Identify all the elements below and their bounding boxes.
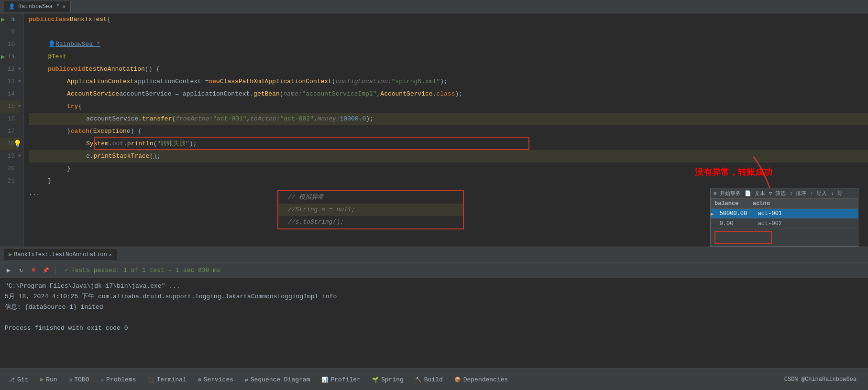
code-line-18: e. printStackTrace ( ) ; — [29, 150, 868, 162]
line-number-12: ▼ 12 — [0, 63, 19, 76]
toolbar-begin-tx[interactable]: ≡ 开始事务 — [714, 190, 741, 197]
status-bar: ⎇ Git ▶ Run ☑ TODO ⚠ Problems ⬛ Terminal… — [0, 368, 868, 390]
popup-line-3: //s.toString(); — [278, 216, 463, 228]
rainbowsea-ref[interactable]: RainbowSea * — [55, 38, 100, 51]
line-number-19: ▼ 19 — [0, 150, 19, 162]
run-label: Run — [46, 376, 57, 383]
sequence-icon: ⇄ — [245, 377, 248, 383]
console-output: "C:\Program Files\Java\jdk-17\bin\java.e… — [0, 278, 868, 368]
console-line-3: 信息: {dataSource-1} inited — [5, 302, 863, 313]
test-status-text: Tests passed: 1 of 1 test – 1 sec 830 ms — [71, 267, 220, 274]
bulb-icon-18[interactable]: 💡 — [13, 138, 22, 150]
status-build[interactable]: 🔨 Build — [410, 369, 448, 390]
fold-12[interactable]: ▼ — [18, 63, 21, 76]
code-line-14: try { — [29, 100, 868, 113]
status-git[interactable]: ⎇ Git — [4, 369, 33, 390]
run-tab-label: BankTxTest.testNoAnnotation — [14, 251, 107, 258]
code-line-11: public void testNoAnnotation () { — [29, 63, 868, 76]
cell-actno-1: act-001 — [754, 209, 792, 218]
db-table-header-top: balance actno — [711, 199, 858, 209]
db-row-top-2[interactable]: ▶ 0.00 act-002 — [711, 219, 858, 229]
line-number-20: 20 — [0, 162, 19, 175]
file-tab[interactable]: 👤 RainbowSea * ✕ — [4, 1, 71, 12]
line-number-11: ▶ ↻ 11 — [0, 51, 19, 63]
console-line-1: "C:\Program Files\Java\jdk-17\bin\java.e… — [5, 281, 863, 292]
toolbar-export-top[interactable]: ↓ 导 — [831, 190, 842, 197]
line-number-16: 16 — [0, 113, 19, 125]
sequence-label: Sequence Diagram — [251, 376, 310, 383]
file-tab-bar: 👤 RainbowSea * ✕ — [0, 0, 868, 13]
stop-btn[interactable]: ■ — [29, 265, 38, 275]
run-tab-main[interactable]: ▶ BankTxTest.testNoAnnotation ✕ — [4, 249, 117, 260]
kw-public: public — [29, 13, 51, 26]
code-line-10: @Test — [29, 51, 868, 63]
file-tab-label: RainbowSea * — [18, 3, 59, 10]
console-line-5: Process finished with exit code 0 — [5, 323, 863, 334]
code-line-9 — [29, 26, 868, 38]
code-line-12: ApplicationContext applicationContext = … — [29, 76, 868, 88]
red-empty-box-top — [714, 231, 772, 244]
fold-13[interactable]: ▼ — [18, 76, 21, 88]
run-tab-close[interactable]: ✕ — [109, 252, 112, 258]
annotation-popup: // 模拟异常 //String s = null; //s.toString(… — [277, 190, 464, 229]
toolbar-filter[interactable]: ▽ 筛选 — [769, 190, 786, 197]
db-row-top-1[interactable]: ▶ 50000.00 act-001 — [711, 209, 858, 219]
run-toolbar: ▶ ↻ ■ 📌 ✓ Tests passed: 1 of 1 test – 1 … — [0, 262, 868, 278]
build-label: Build — [424, 376, 443, 383]
play-btn[interactable]: ▶ — [4, 265, 13, 275]
popup-line-2: //String s = null; — [278, 204, 463, 216]
close-icon[interactable]: ✕ — [62, 3, 66, 10]
git-label: Git — [17, 376, 28, 383]
run-gutter-8[interactable]: ▶ — [1, 13, 5, 26]
run-gutter-11[interactable]: ▶ — [1, 51, 5, 63]
problems-icon: ⚠ — [100, 377, 104, 383]
status-run[interactable]: ▶ Run — [35, 369, 62, 390]
status-problems[interactable]: ⚠ Problems — [96, 369, 141, 390]
line-number-17: 17 — [0, 125, 19, 138]
cls-BankTxTest: BankTxTest — [70, 13, 107, 26]
pin-btn[interactable]: 📌 — [41, 265, 51, 275]
status-profiler[interactable]: 📊 Profiler — [317, 369, 365, 390]
todo-label: TODO — [74, 376, 89, 383]
run-panel: ▶ BankTxTest.testNoAnnotation ✕ ▶ ↻ ■ 📌 … — [0, 247, 868, 368]
run-tab-icon: ▶ — [9, 251, 12, 258]
line-number-18: 💡 18 — [0, 138, 19, 150]
toolbar-sort[interactable]: ↕ 排序 — [790, 190, 806, 197]
status-terminal[interactable]: ⬛ Terminal — [143, 369, 191, 390]
check-icon: ✓ — [65, 266, 68, 274]
divider — [55, 266, 56, 274]
user-icon-inline: 👤 — [48, 38, 55, 51]
run-status-icon: ▶ — [40, 376, 44, 383]
status-spring[interactable]: 🌱 Spring — [367, 369, 408, 390]
line-number-13: ▼ 13 — [0, 76, 19, 88]
chinese-annotation: 没有异常，转账成功 — [695, 166, 772, 178]
cell-balance-2: 0.00 — [716, 219, 754, 228]
kw-class: class — [51, 13, 70, 26]
services-icon: ⚙ — [198, 377, 201, 383]
line-number-15: ▼ 15 — [0, 100, 19, 113]
toolbar-import[interactable]: ↑ 导入 — [810, 190, 827, 197]
status-todo[interactable]: ☑ TODO — [64, 369, 94, 390]
ann-test: @Test — [48, 51, 66, 63]
col-actno: actno — [749, 199, 787, 208]
status-sequence[interactable]: ⇄ Sequence Diagram — [240, 369, 315, 390]
build-icon: 🔨 — [415, 377, 422, 383]
rerun-btn[interactable]: ↻ — [16, 265, 26, 275]
status-services[interactable]: ⚙ Services — [193, 369, 238, 390]
fold-19[interactable]: ▼ — [18, 150, 21, 162]
todo-icon: ☑ — [69, 377, 72, 383]
line-number-10: 10 — [0, 38, 19, 51]
run-panel-tabs: ▶ BankTxTest.testNoAnnotation ✕ — [0, 247, 868, 262]
code-line-user-ref: 👤 RainbowSea * — [29, 38, 868, 51]
code-line-17: System . out . println ( "转账失败" ); — [29, 138, 868, 150]
line-number-8: ▶ ↻ 8 — [0, 13, 19, 26]
status-dependencies[interactable]: 📦 Dependencies — [450, 369, 513, 390]
user-icon: 👤 — [9, 3, 15, 10]
branding: CSDN @ChinaRainbowSea — [784, 376, 864, 383]
code-line-16: } catch ( Exception e) { — [29, 125, 868, 138]
dependencies-icon: 📦 — [454, 377, 461, 383]
git-icon: ⎇ — [9, 377, 15, 383]
code-line-15: accountService. transfer ( fromActno: "a… — [29, 113, 868, 125]
toolbar-text[interactable]: 📄 文本 — [745, 190, 765, 197]
fold-15[interactable]: ▼ — [18, 100, 21, 113]
